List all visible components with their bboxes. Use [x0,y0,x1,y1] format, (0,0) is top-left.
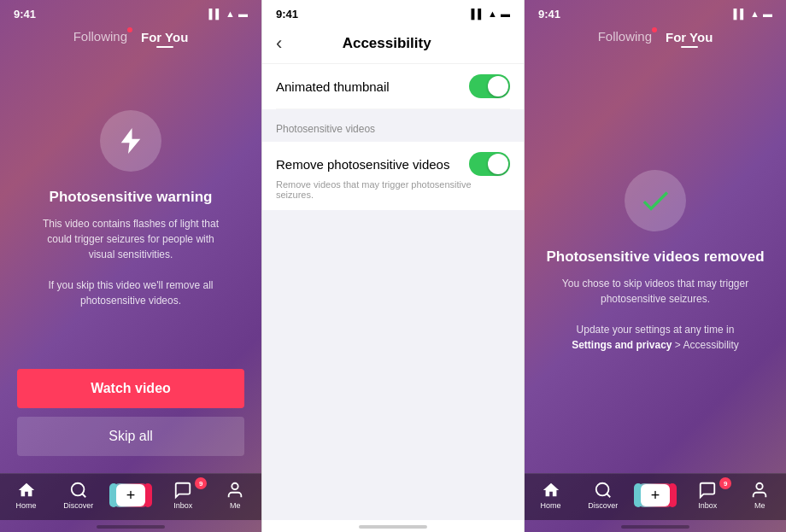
svg-point-3 [757,483,763,489]
following-tab-wrapper-left[interactable]: Following [73,29,127,44]
warning-icon-circle [100,110,161,172]
inbox-icon-left [173,481,192,500]
checkmark-icon-circle [625,170,686,231]
settings-card-2: Remove photosensitive videos Remove vide… [262,142,524,210]
me-label-right: Me [754,501,765,510]
remove-desc: Remove videos that may trigger photosens… [276,179,510,200]
following-tab-wrapper-right[interactable]: Following [598,29,652,44]
following-tab-left[interactable]: Following [73,29,127,44]
animated-thumbnail-label: Animated thumbnail [276,79,390,94]
signal-icon-right: ▌▌ [734,9,748,19]
top-nav-right: Following For You [525,24,786,50]
following-dot-left [127,27,132,32]
watch-video-button[interactable]: Watch video [17,369,244,408]
inbox-icon-right [698,481,717,500]
status-icons-middle: ▌▌ ▲ ▬ [472,9,510,19]
time-right: 9:41 [538,8,560,20]
battery-icon-middle: ▬ [501,9,510,19]
home-label-right: Home [541,501,561,510]
discover-nav-left[interactable]: Discover [60,481,97,510]
foryou-tab-right[interactable]: For You [666,30,713,44]
status-icons-left: ▌▌ ▲ ▬ [209,9,248,19]
inbox-label-left: Inbox [173,501,192,510]
settings-content: Animated thumbnail Photosensitive videos… [262,64,524,520]
home-nav-right[interactable]: Home [532,481,570,510]
home-nav-left[interactable]: Home [8,481,45,510]
button-area: Watch video Skip all [0,369,261,473]
plus-nav-right[interactable]: + [636,483,674,507]
toggle-knob-1 [488,76,508,96]
inbox-badge-left: 9 [195,477,207,489]
right-phone: 9:41 ▌▌ ▲ ▬ Following For You Photosensi… [525,0,786,532]
middle-phone: 9:41 ▌▌ ▲ ▬ ‹ Accessibility Animated thu… [261,0,525,532]
home-bar-middle [359,525,427,529]
svg-point-1 [232,483,238,489]
inbox-badge-right: 9 [719,477,731,489]
photosensitive-section-title: Photosensitive videos [276,123,510,135]
top-nav-left: Following For You [0,24,261,50]
warning-content: Photosensitive warning This video contai… [0,50,261,369]
toggle-knob-2 [488,154,508,174]
bottom-nav-left: Home Discover + 9 Inbox Me [0,473,261,520]
photosensitive-section-header: Photosensitive videos [262,109,524,142]
discover-label-right: Discover [588,501,618,510]
battery-icon: ▬ [238,9,248,19]
inbox-nav-right[interactable]: 9 Inbox [689,481,726,510]
signal-icon-middle: ▌▌ [472,9,485,19]
status-bar-left: 9:41 ▌▌ ▲ ▬ [0,0,261,24]
home-bar-right [621,525,689,529]
plus-nav-left[interactable]: + [112,483,150,507]
me-icon-right [750,481,769,500]
signal-icon: ▌▌ [209,9,223,19]
animated-thumbnail-row: Animated thumbnail [276,64,510,109]
plus-button-right[interactable]: + [637,483,673,507]
home-label-left: Home [16,501,37,510]
foryou-tab-left[interactable]: For You [141,30,188,44]
discover-label-left: Discover [63,501,93,510]
following-dot-right [652,27,657,32]
svg-point-0 [72,483,85,496]
home-icon-left [17,481,36,500]
animated-thumbnail-toggle[interactable] [469,74,510,98]
removed-title: Photosensitive videos removed [546,248,764,266]
svg-point-2 [596,483,609,496]
skip-all-button[interactable]: Skip all [17,417,244,456]
remove-label: Remove photosensitive videos [276,157,449,172]
removed-content: Photosensitive videos removed You chose … [525,50,786,473]
plus-icon-right: + [641,484,670,506]
bottom-nav-right: Home Discover + 9 Inbox Me [525,473,786,520]
following-tab-right[interactable]: Following [598,29,652,44]
accessibility-header: ‹ Accessibility [262,24,524,64]
home-indicator-left [0,520,261,532]
plus-button-left[interactable]: + [113,483,149,507]
me-nav-left[interactable]: Me [216,481,254,510]
back-button[interactable]: ‹ [276,32,282,55]
inbox-nav-left[interactable]: 9 Inbox [164,481,202,510]
home-icon-right [542,481,560,500]
remove-row-inner: Remove photosensitive videos [276,152,510,176]
removed-description: You chose to skip videos that may trigge… [561,276,749,353]
status-bar-right: 9:41 ▌▌ ▲ ▬ [525,0,786,24]
discover-nav-right[interactable]: Discover [584,481,622,510]
inbox-label-right: Inbox [698,501,717,510]
battery-icon-right: ▬ [763,9,772,19]
wifi-icon-right: ▲ [750,9,760,19]
remove-photosensitive-row: Remove photosensitive videos Remove vide… [276,142,510,210]
time-middle: 9:41 [276,8,298,20]
wifi-icon: ▲ [226,9,235,19]
warning-title: Photosensitive warning [50,189,213,206]
settings-card-1: Animated thumbnail [262,64,524,109]
wifi-icon-middle: ▲ [488,9,497,19]
home-indicator-middle [262,520,524,532]
status-bar-middle: 9:41 ▌▌ ▲ ▬ [262,0,524,24]
accessibility-title: Accessibility [292,35,481,52]
left-phone: 9:41 ▌▌ ▲ ▬ Following For You Photosensi… [0,0,261,532]
plus-icon-left: + [116,484,145,506]
home-bar-left [97,525,165,529]
time-left: 9:41 [14,8,36,20]
remove-photosensitive-toggle[interactable] [469,152,510,176]
me-icon-left [226,481,244,500]
discover-icon-right [594,481,613,500]
home-indicator-right [525,520,786,532]
me-nav-right[interactable]: Me [741,481,778,510]
